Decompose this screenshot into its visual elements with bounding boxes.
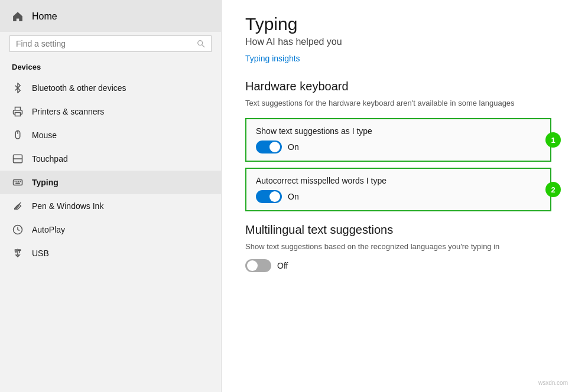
- page-title: Typing: [245, 14, 551, 34]
- multilingual-value: Off: [277, 261, 288, 270]
- multilingual-description: Show text suggestions based on the recog…: [245, 241, 551, 252]
- multilingual-section: Multilingual text suggestions Show text …: [245, 223, 551, 272]
- page-subtitle: How AI has helped you: [245, 37, 551, 47]
- svg-rect-2: [15, 113, 21, 116]
- svg-rect-19: [19, 250, 21, 251]
- badge-2: 2: [545, 182, 561, 197]
- autocorrect-label: Autocorrect misspelled words I type: [256, 176, 541, 185]
- sidebar-item-usb[interactable]: USB: [0, 241, 221, 265]
- mouse-icon: [12, 129, 24, 141]
- watermark: wsxdn.com: [536, 378, 570, 387]
- autoplay-label: AutoPlay: [32, 225, 65, 234]
- autocorrect-box: Autocorrect misspelled words I type On 2: [245, 168, 551, 211]
- show-text-suggestions-toggle[interactable]: [256, 141, 282, 153]
- multilingual-toggle[interactable]: [245, 259, 271, 272]
- bluetooth-icon: [12, 82, 24, 94]
- show-text-suggestions-value: On: [288, 142, 299, 152]
- show-text-suggestions-label: Show text suggestions as I type: [256, 126, 541, 136]
- sidebar-item-pen[interactable]: Pen & Windows Ink: [0, 194, 221, 218]
- multilingual-title: Multilingual text suggestions: [245, 223, 551, 237]
- show-text-suggestions-box: Show text suggestions as I type On 1: [245, 118, 551, 162]
- hardware-keyboard-description: Text suggestions for the hardware keyboa…: [245, 98, 551, 109]
- autocorrect-toggle[interactable]: [256, 190, 282, 203]
- mouse-label: Mouse: [32, 130, 57, 140]
- typing-insights-link[interactable]: Typing insights: [245, 54, 300, 63]
- sidebar: Home Devices Bluetooth & other devices P…: [0, 0, 222, 392]
- printer-icon: [12, 106, 24, 117]
- autocorrect-row: On: [256, 190, 541, 203]
- keyboard-icon: [12, 177, 24, 188]
- pen-label: Pen & Windows Ink: [32, 201, 103, 211]
- pen-icon: [12, 200, 24, 212]
- search-box[interactable]: [9, 35, 212, 52]
- home-label: Home: [32, 11, 57, 22]
- sidebar-item-mouse[interactable]: Mouse: [0, 123, 221, 147]
- svg-rect-18: [15, 250, 17, 251]
- printers-label: Printers & scanners: [32, 107, 104, 116]
- sidebar-item-autoplay[interactable]: AutoPlay: [0, 218, 221, 241]
- section-title: Devices: [0, 60, 221, 76]
- hardware-keyboard-title: Hardware keyboard: [245, 80, 551, 93]
- sidebar-item-touchpad[interactable]: Touchpad: [0, 147, 221, 171]
- usb-icon: [12, 247, 24, 259]
- badge-1: 1: [545, 132, 561, 148]
- home-icon: [12, 11, 24, 22]
- bluetooth-label: Bluetooth & other devices: [32, 83, 126, 93]
- touchpad-label: Touchpad: [32, 154, 68, 164]
- touchpad-icon: [12, 153, 24, 165]
- search-input[interactable]: [16, 39, 192, 48]
- multilingual-toggle-row: Off: [245, 259, 551, 272]
- svg-line-13: [19, 202, 21, 204]
- sidebar-item-typing[interactable]: Typing: [0, 171, 221, 194]
- autoplay-icon: [12, 224, 24, 236]
- search-icon: [197, 40, 205, 48]
- sidebar-item-bluetooth[interactable]: Bluetooth & other devices: [0, 76, 221, 100]
- usb-label: USB: [32, 249, 49, 258]
- show-text-suggestions-row: On: [256, 141, 541, 153]
- svg-line-1: [202, 45, 204, 47]
- sidebar-item-printers[interactable]: Printers & scanners: [0, 100, 221, 123]
- typing-label: Typing: [32, 178, 59, 187]
- svg-rect-7: [14, 180, 22, 185]
- autocorrect-value: On: [288, 192, 299, 201]
- main-content: Typing How AI has helped you Typing insi…: [222, 0, 575, 392]
- svg-point-0: [198, 41, 203, 45]
- home-nav-item[interactable]: Home: [0, 0, 221, 32]
